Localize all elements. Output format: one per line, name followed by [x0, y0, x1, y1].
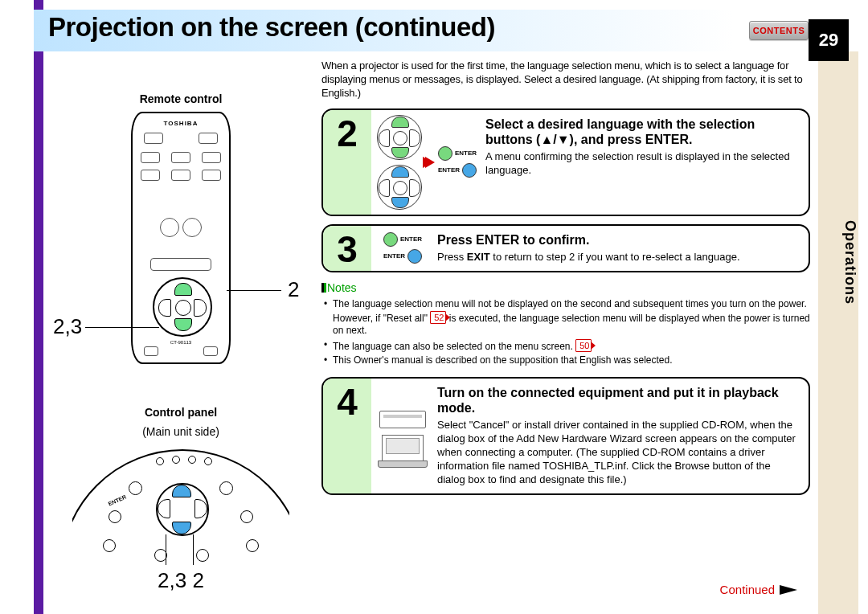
- page-title: Projection on the screen (continued): [48, 12, 495, 43]
- enter-blue-icon: [462, 163, 477, 178]
- step-4-body: Select "Cancel" or install driver contai…: [437, 419, 799, 486]
- step-4-icons: [371, 379, 434, 493]
- step-4-number: 4: [323, 379, 371, 493]
- red-arrow-icon: [425, 157, 435, 168]
- note-3: This Owner's manual is described on the …: [333, 354, 810, 367]
- laptop-icon: [382, 435, 424, 464]
- cp-callout: 2,3 2: [158, 568, 204, 593]
- dpad-green-icon: [377, 115, 422, 160]
- notes-section: Notes The language selection menu will n…: [321, 280, 810, 367]
- intro-paragraph: When a projector is used for the first t…: [321, 59, 810, 100]
- title-band: Projection on the screen (continued) CON…: [34, 10, 858, 51]
- step-2-heading: Select a desired language with the selec…: [485, 117, 799, 147]
- note-2: The language can also be selected on the…: [333, 339, 810, 354]
- step-4-box: 4 Turn on the connected equipment and pu…: [321, 377, 810, 495]
- enter-label: ENTER: [455, 150, 477, 157]
- remote-dpad-icon: [153, 277, 212, 337]
- section-tab: Operations: [818, 51, 858, 614]
- cp-dpad-icon: [156, 483, 209, 536]
- step-2-body: A menu confirming the selection result i…: [485, 150, 799, 178]
- step-2-box: 2: [321, 108, 810, 216]
- step-3-number: 3: [323, 226, 371, 271]
- remote-control-heading: Remote control: [56, 92, 305, 105]
- page-number: 29: [809, 19, 849, 61]
- remote-model-label: CT-90113: [133, 340, 229, 345]
- enter-green-icon: [383, 232, 398, 247]
- callout-dpad-green: 2: [288, 277, 299, 302]
- enter-label-2: ENTER: [383, 253, 405, 260]
- section-tab-label: Operations: [818, 220, 858, 305]
- step-3-box: 3 ENTER ENTER Press ENTER to confirm. Pr: [321, 224, 810, 272]
- callout-dpad-center: 2,3: [53, 314, 82, 339]
- remote-control-illustration: TOSHIBA: [131, 112, 231, 364]
- left-purple-bar: [34, 0, 43, 614]
- dpad-blue-icon: [377, 165, 422, 210]
- step-2-icons: ENTER ENTER: [371, 110, 482, 215]
- step-2-number: 2: [323, 110, 371, 215]
- step-3-body: Press EXIT to return to step 2 if you wa…: [437, 251, 799, 264]
- step-3-icons: ENTER ENTER: [371, 226, 434, 271]
- step-3-heading: Press ENTER to confirm.: [437, 232, 799, 248]
- enter-label: ENTER: [400, 236, 422, 243]
- page-ref-52[interactable]: 52: [430, 311, 446, 324]
- enter-blue-icon: [407, 249, 422, 264]
- contents-button[interactable]: CONTENTS: [749, 21, 809, 40]
- remote-brand-label: TOSHIBA: [133, 120, 229, 127]
- enter-label-2: ENTER: [438, 167, 460, 174]
- enter-green-icon: [438, 146, 452, 161]
- control-panel-subheading: (Main unit side): [56, 425, 305, 438]
- notes-header: Notes: [321, 280, 810, 295]
- continued-label: Continued: [720, 583, 797, 596]
- step-4-heading: Turn on the connected equipment and put …: [437, 385, 799, 415]
- page-ref-50[interactable]: 50: [575, 339, 592, 352]
- control-panel-heading: Control panel: [56, 406, 305, 419]
- vcr-icon: [379, 411, 426, 428]
- note-1: The language selection menu will not be …: [333, 298, 810, 338]
- control-panel-illustration: ENTER: [72, 444, 289, 565]
